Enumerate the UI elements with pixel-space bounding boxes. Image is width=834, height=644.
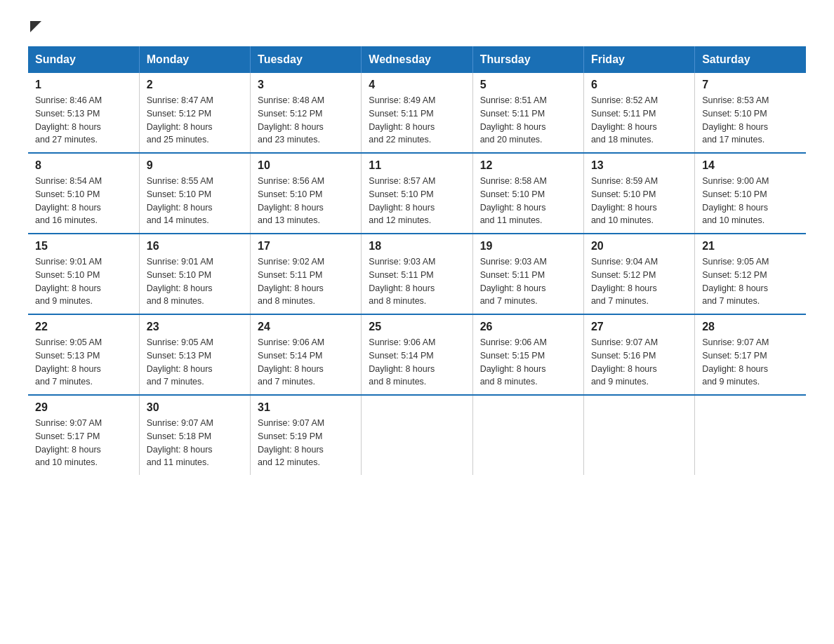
day-number: 2 [147, 79, 243, 91]
calendar-cell: 2Sunrise: 8:47 AM Sunset: 5:12 PM Daylig… [139, 73, 250, 153]
day-number: 26 [480, 321, 576, 333]
day-number: 6 [591, 79, 687, 91]
calendar-header: SundayMondayTuesdayWednesdayThursdayFrid… [28, 46, 806, 73]
day-info: Sunrise: 8:59 AM Sunset: 5:10 PM Dayligh… [591, 175, 687, 227]
day-info: Sunrise: 8:51 AM Sunset: 5:11 PM Dayligh… [480, 94, 576, 147]
day-info: Sunrise: 9:00 AM Sunset: 5:10 PM Dayligh… [702, 175, 799, 227]
day-info: Sunrise: 8:46 AM Sunset: 5:13 PM Dayligh… [35, 94, 132, 147]
day-number: 12 [480, 159, 576, 172]
weekday-header-thursday: Thursday [472, 46, 583, 73]
day-number: 8 [35, 159, 132, 172]
calendar-body: 1Sunrise: 8:46 AM Sunset: 5:13 PM Daylig… [28, 73, 806, 475]
day-number: 28 [702, 321, 799, 333]
day-info: Sunrise: 9:05 AM Sunset: 5:12 PM Dayligh… [702, 255, 799, 308]
day-info: Sunrise: 8:57 AM Sunset: 5:10 PM Dayligh… [369, 175, 465, 227]
calendar-cell: 26Sunrise: 9:06 AM Sunset: 5:15 PM Dayli… [472, 314, 583, 395]
day-info: Sunrise: 9:07 AM Sunset: 5:19 PM Dayligh… [258, 417, 354, 469]
day-info: Sunrise: 9:06 AM Sunset: 5:14 PM Dayligh… [258, 336, 354, 389]
day-info: Sunrise: 9:06 AM Sunset: 5:15 PM Dayligh… [480, 336, 576, 389]
day-number: 10 [258, 159, 354, 172]
calendar-week-row: 8Sunrise: 8:54 AM Sunset: 5:10 PM Daylig… [28, 153, 806, 234]
day-number: 30 [147, 401, 243, 414]
calendar-week-row: 1Sunrise: 8:46 AM Sunset: 5:13 PM Daylig… [28, 73, 806, 153]
calendar-cell [362, 395, 472, 475]
day-info: Sunrise: 8:56 AM Sunset: 5:10 PM Dayligh… [258, 175, 354, 227]
calendar-cell: 6Sunrise: 8:52 AM Sunset: 5:11 PM Daylig… [583, 73, 694, 153]
calendar-cell: 17Sunrise: 9:02 AM Sunset: 5:11 PM Dayli… [251, 234, 362, 314]
calendar-cell: 19Sunrise: 9:03 AM Sunset: 5:11 PM Dayli… [472, 234, 583, 314]
calendar-cell: 23Sunrise: 9:05 AM Sunset: 5:13 PM Dayli… [139, 314, 250, 395]
day-number: 17 [258, 240, 354, 253]
calendar-week-row: 15Sunrise: 9:01 AM Sunset: 5:10 PM Dayli… [28, 234, 806, 314]
day-info: Sunrise: 9:07 AM Sunset: 5:17 PM Dayligh… [35, 417, 132, 469]
day-info: Sunrise: 9:05 AM Sunset: 5:13 PM Dayligh… [35, 336, 132, 389]
weekday-header-sunday: Sunday [28, 46, 139, 73]
day-number: 15 [35, 240, 132, 253]
day-info: Sunrise: 9:05 AM Sunset: 5:13 PM Dayligh… [147, 336, 243, 389]
calendar-cell: 11Sunrise: 8:57 AM Sunset: 5:10 PM Dayli… [362, 153, 472, 234]
day-number: 4 [369, 79, 465, 91]
day-number: 16 [147, 240, 243, 253]
calendar-week-row: 22Sunrise: 9:05 AM Sunset: 5:13 PM Dayli… [28, 314, 806, 395]
calendar-cell: 22Sunrise: 9:05 AM Sunset: 5:13 PM Dayli… [28, 314, 139, 395]
calendar-cell: 27Sunrise: 9:07 AM Sunset: 5:16 PM Dayli… [583, 314, 694, 395]
weekday-header-row: SundayMondayTuesdayWednesdayThursdayFrid… [28, 46, 806, 73]
calendar-cell: 20Sunrise: 9:04 AM Sunset: 5:12 PM Dayli… [583, 234, 694, 314]
day-info: Sunrise: 9:03 AM Sunset: 5:11 PM Dayligh… [480, 255, 576, 308]
calendar-cell: 1Sunrise: 8:46 AM Sunset: 5:13 PM Daylig… [28, 73, 139, 153]
day-info: Sunrise: 9:07 AM Sunset: 5:17 PM Dayligh… [702, 336, 799, 389]
calendar-cell: 24Sunrise: 9:06 AM Sunset: 5:14 PM Dayli… [251, 314, 362, 395]
day-info: Sunrise: 9:03 AM Sunset: 5:11 PM Dayligh… [369, 255, 465, 308]
calendar-cell: 25Sunrise: 9:06 AM Sunset: 5:14 PM Dayli… [362, 314, 472, 395]
day-number: 21 [702, 240, 799, 253]
calendar-cell: 31Sunrise: 9:07 AM Sunset: 5:19 PM Dayli… [251, 395, 362, 475]
day-info: Sunrise: 9:07 AM Sunset: 5:18 PM Dayligh… [147, 417, 243, 469]
calendar-table: SundayMondayTuesdayWednesdayThursdayFrid… [28, 46, 806, 475]
day-number: 22 [35, 321, 132, 333]
weekday-header-friday: Friday [583, 46, 694, 73]
day-number: 18 [369, 240, 465, 253]
calendar-cell: 28Sunrise: 9:07 AM Sunset: 5:17 PM Dayli… [695, 314, 806, 395]
day-number: 3 [258, 79, 354, 91]
calendar-cell: 15Sunrise: 9:01 AM Sunset: 5:10 PM Dayli… [28, 234, 139, 314]
day-info: Sunrise: 9:02 AM Sunset: 5:11 PM Dayligh… [258, 255, 354, 308]
calendar-cell [583, 395, 694, 475]
day-number: 14 [702, 159, 799, 172]
calendar-cell: 8Sunrise: 8:54 AM Sunset: 5:10 PM Daylig… [28, 153, 139, 234]
weekday-header-monday: Monday [139, 46, 250, 73]
day-info: Sunrise: 8:58 AM Sunset: 5:10 PM Dayligh… [480, 175, 576, 227]
day-info: Sunrise: 8:55 AM Sunset: 5:10 PM Dayligh… [147, 175, 243, 227]
day-number: 31 [258, 401, 354, 414]
day-info: Sunrise: 8:53 AM Sunset: 5:10 PM Dayligh… [702, 94, 799, 147]
calendar-cell: 29Sunrise: 9:07 AM Sunset: 5:17 PM Dayli… [28, 395, 139, 475]
calendar-cell: 9Sunrise: 8:55 AM Sunset: 5:10 PM Daylig… [139, 153, 250, 234]
calendar-cell: 4Sunrise: 8:49 AM Sunset: 5:11 PM Daylig… [362, 73, 472, 153]
calendar-cell [472, 395, 583, 475]
calendar-cell: 30Sunrise: 9:07 AM Sunset: 5:18 PM Dayli… [139, 395, 250, 475]
day-number: 7 [702, 79, 799, 91]
logo [28, 21, 41, 32]
day-info: Sunrise: 8:48 AM Sunset: 5:12 PM Dayligh… [258, 94, 354, 147]
calendar-cell: 16Sunrise: 9:01 AM Sunset: 5:10 PM Dayli… [139, 234, 250, 314]
day-info: Sunrise: 9:01 AM Sunset: 5:10 PM Dayligh… [147, 255, 243, 308]
calendar-cell: 13Sunrise: 8:59 AM Sunset: 5:10 PM Dayli… [583, 153, 694, 234]
weekday-header-wednesday: Wednesday [362, 46, 472, 73]
calendar-cell [695, 395, 806, 475]
calendar-cell: 5Sunrise: 8:51 AM Sunset: 5:11 PM Daylig… [472, 73, 583, 153]
day-number: 27 [591, 321, 687, 333]
day-info: Sunrise: 9:01 AM Sunset: 5:10 PM Dayligh… [35, 255, 132, 308]
day-info: Sunrise: 9:04 AM Sunset: 5:12 PM Dayligh… [591, 255, 687, 308]
day-number: 20 [591, 240, 687, 253]
calendar-cell: 18Sunrise: 9:03 AM Sunset: 5:11 PM Dayli… [362, 234, 472, 314]
day-number: 23 [147, 321, 243, 333]
day-info: Sunrise: 9:06 AM Sunset: 5:14 PM Dayligh… [369, 336, 465, 389]
day-number: 11 [369, 159, 465, 172]
page-header [28, 21, 806, 32]
day-number: 1 [35, 79, 132, 91]
day-info: Sunrise: 8:47 AM Sunset: 5:12 PM Dayligh… [147, 94, 243, 147]
day-number: 19 [480, 240, 576, 253]
calendar-week-row: 29Sunrise: 9:07 AM Sunset: 5:17 PM Dayli… [28, 395, 806, 475]
day-number: 24 [258, 321, 354, 333]
calendar-cell: 14Sunrise: 9:00 AM Sunset: 5:10 PM Dayli… [695, 153, 806, 234]
day-number: 9 [147, 159, 243, 172]
